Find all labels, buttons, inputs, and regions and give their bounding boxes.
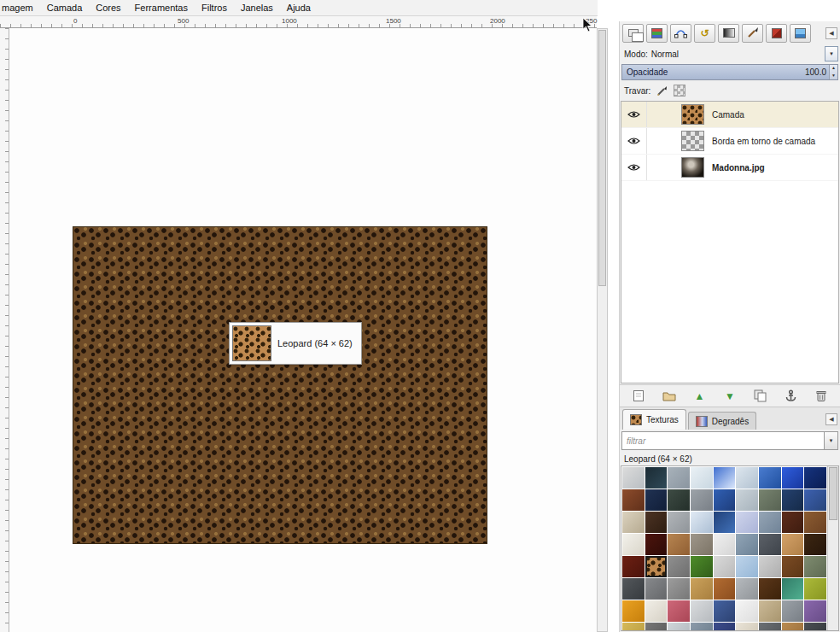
pattern-swatch[interactable] xyxy=(668,556,690,577)
pattern-grid-scrollbar[interactable] xyxy=(827,466,838,630)
pattern-swatch[interactable] xyxy=(668,600,690,622)
patterns-collapse-button[interactable]: ◀ xyxy=(825,413,837,425)
layers-dialog-tab[interactable] xyxy=(622,24,644,43)
pattern-swatch[interactable] xyxy=(804,534,826,555)
scrollbar-thumb[interactable] xyxy=(598,30,606,286)
layer-link-cell[interactable] xyxy=(647,102,669,127)
pattern-swatch[interactable] xyxy=(714,623,736,630)
layer-visibility-eye-icon[interactable] xyxy=(621,155,647,180)
canvas-vertical-scrollbar[interactable] xyxy=(597,28,608,632)
menu-item[interactable]: Ferramentas xyxy=(128,1,195,15)
scrollbar-thumb[interactable] xyxy=(829,467,837,520)
pattern-swatch[interactable] xyxy=(804,623,826,630)
pattern-swatch[interactable] xyxy=(782,467,804,489)
pattern-swatch[interactable] xyxy=(691,600,713,622)
pattern-swatch[interactable] xyxy=(691,534,713,555)
pattern-swatch[interactable] xyxy=(714,534,736,555)
lock-alpha-icon[interactable] xyxy=(674,85,685,97)
pattern-swatch[interactable] xyxy=(759,534,781,555)
pattern-swatch[interactable] xyxy=(645,556,668,577)
layer-link-cell[interactable] xyxy=(647,128,669,154)
pattern-swatch[interactable] xyxy=(622,512,645,533)
pattern-swatch[interactable] xyxy=(736,623,758,630)
pattern-swatch[interactable] xyxy=(645,467,668,489)
pattern-swatch[interactable] xyxy=(691,623,713,630)
pattern-swatch[interactable] xyxy=(645,578,668,600)
gradient-dialog-tab[interactable] xyxy=(718,24,739,43)
pattern-swatch[interactable] xyxy=(782,623,804,630)
menu-item[interactable]: Camada xyxy=(40,1,90,15)
delete-layer-button[interactable] xyxy=(809,387,832,406)
pattern-swatch[interactable] xyxy=(668,512,690,533)
pattern-swatch[interactable] xyxy=(736,467,758,489)
pattern-swatch[interactable] xyxy=(622,534,645,555)
brush-dialog-tab[interactable] xyxy=(742,24,763,43)
pattern-swatch[interactable] xyxy=(714,467,736,489)
pattern-swatch[interactable] xyxy=(622,600,645,622)
pattern-swatch[interactable] xyxy=(714,512,736,533)
new-group-button[interactable] xyxy=(657,387,680,406)
pattern-swatch[interactable] xyxy=(804,600,826,622)
layer-row[interactable]: Borda em torno de camada xyxy=(621,128,838,155)
pattern-swatch[interactable] xyxy=(782,600,804,622)
pattern-swatch[interactable] xyxy=(691,578,713,600)
layer-visibility-eye-icon[interactable] xyxy=(621,128,647,154)
pattern-filter-input[interactable] xyxy=(621,431,825,450)
raise-layer-button[interactable]: ▲ xyxy=(688,387,711,406)
pattern-swatch[interactable] xyxy=(645,489,668,511)
pattern-swatch[interactable] xyxy=(736,489,758,511)
pattern-swatch[interactable] xyxy=(782,534,804,555)
pattern-swatch[interactable] xyxy=(759,600,781,622)
pattern-swatch[interactable] xyxy=(736,556,758,577)
pattern-swatch[interactable] xyxy=(668,534,690,555)
pattern-swatch[interactable] xyxy=(804,489,826,511)
pattern-swatch[interactable] xyxy=(622,623,645,630)
pattern-swatch[interactable] xyxy=(645,623,668,630)
pattern-swatch[interactable] xyxy=(759,578,781,600)
layer-name[interactable]: Madonna.jpg xyxy=(712,163,765,173)
pattern-swatch[interactable] xyxy=(691,467,713,489)
pattern-swatch[interactable] xyxy=(645,534,668,555)
pattern-swatch[interactable] xyxy=(736,512,758,533)
pattern-swatch[interactable] xyxy=(804,512,826,533)
pattern-swatch[interactable] xyxy=(668,623,690,630)
pattern-swatch[interactable] xyxy=(759,623,781,630)
dock-collapse-button[interactable]: ◀ xyxy=(825,27,837,39)
layer-row[interactable]: Camada xyxy=(621,102,838,128)
pattern-swatch[interactable] xyxy=(804,467,826,489)
pattern-swatch[interactable] xyxy=(691,489,713,511)
history-dialog-tab[interactable]: ↺ xyxy=(694,24,715,43)
pattern-swatch[interactable] xyxy=(691,556,713,577)
pattern-swatch[interactable] xyxy=(804,556,826,577)
pattern-swatch[interactable] xyxy=(782,578,804,600)
layer-link-cell[interactable] xyxy=(647,155,669,180)
filter-dropdown-button[interactable]: ▼ xyxy=(825,431,838,450)
pattern-swatch[interactable] xyxy=(736,600,758,622)
anchor-layer-button[interactable] xyxy=(779,387,802,406)
pattern-swatch[interactable] xyxy=(736,578,758,600)
menu-item[interactable]: Cores xyxy=(89,1,127,15)
layer-visibility-eye-icon[interactable] xyxy=(621,102,647,127)
channels-dialog-tab[interactable] xyxy=(646,24,668,43)
pattern-swatch[interactable] xyxy=(622,467,645,489)
paths-dialog-tab[interactable] xyxy=(670,24,691,43)
pattern-swatch[interactable] xyxy=(668,489,690,511)
tab-texturas[interactable]: Texturas xyxy=(622,409,686,430)
leopard-pattern-layer[interactable] xyxy=(73,226,487,544)
mode-dropdown-button[interactable]: ▼ xyxy=(825,46,838,61)
pattern-swatch[interactable] xyxy=(622,489,645,511)
menu-item[interactable]: magem xyxy=(0,1,40,15)
pattern-swatch[interactable] xyxy=(782,489,804,511)
pattern-swatch[interactable] xyxy=(759,512,781,533)
layer-row[interactable]: Madonna.jpg xyxy=(621,155,838,181)
pattern-swatch[interactable] xyxy=(668,467,690,489)
pattern-swatch[interactable] xyxy=(714,600,736,622)
pattern-swatch[interactable] xyxy=(759,467,781,489)
menu-item[interactable]: Ajuda xyxy=(280,1,318,15)
pattern-swatch[interactable] xyxy=(714,556,736,577)
layer-name[interactable]: Camada xyxy=(712,110,744,120)
tab-degrades[interactable]: Degradês xyxy=(688,412,756,430)
opacity-spinner[interactable]: ▲▼ xyxy=(829,65,837,79)
opacity-slider[interactable]: Opacidade 100.0 ▲▼ xyxy=(621,64,838,80)
mode-value[interactable]: Normal xyxy=(651,50,679,59)
